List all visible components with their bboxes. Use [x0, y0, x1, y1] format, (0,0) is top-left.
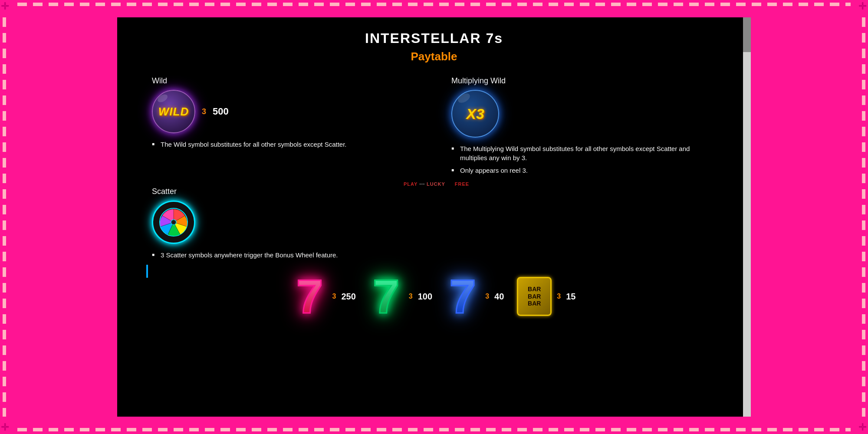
scatter-section: Scatter: [152, 187, 716, 260]
green-seven-item: 7 3 100: [369, 273, 432, 320]
multiplying-wild-label: Multiplying Wild: [451, 76, 716, 85]
bar-value: 15: [566, 292, 575, 302]
blue-seven-value: 40: [494, 292, 504, 302]
red-seven-value: 250: [341, 292, 355, 302]
red-seven-digit: 7: [296, 273, 323, 320]
scrollbar[interactable]: [743, 17, 751, 417]
multiplying-wild-section: Multiplying Wild X3 The Multiplying Wild…: [451, 76, 716, 178]
x3-text: X3: [466, 105, 484, 122]
wild-text: WILD: [158, 105, 189, 118]
multiplying-wild-symbol-row: X3: [451, 90, 716, 138]
game-title: INTERSTELLAR 7s: [152, 30, 716, 46]
green-seven-count: 3: [409, 293, 413, 300]
wheel-svg: [158, 207, 189, 237]
wild-symbol-row: WILD 3 500: [152, 90, 417, 133]
green-seven-digit: 7: [373, 273, 399, 320]
bar-text-2: BAR: [528, 293, 541, 300]
green-seven-value: 100: [418, 292, 432, 302]
cursor-indicator: [146, 265, 148, 278]
bottom-symbols-row: 7 3 250 7 3 100 7 3 40: [152, 273, 716, 320]
wild-symbol: WILD: [152, 90, 195, 133]
multiplying-wild-bullet-1: The Multiplying Wild symbol substitutes …: [451, 144, 716, 162]
watermark-slots: ▪▪▪: [419, 182, 425, 186]
svg-rect-2: [0, 426, 868, 433]
svg-rect-0: [0, 1, 868, 8]
scatter-circle: [152, 201, 195, 244]
watermark-free: FREE: [455, 181, 469, 187]
watermark: PLAY ▪▪▪ LUCKY FREE: [404, 181, 469, 187]
bar-bar-bar-symbol: BAR BAR BAR: [517, 277, 552, 316]
watermark-lucky: LUCKY: [427, 181, 445, 187]
red-seven-symbol: 7: [293, 273, 327, 320]
multiplying-wild-bullets: The Multiplying Wild symbol substitutes …: [451, 144, 716, 175]
scatter-symbol: [152, 201, 195, 244]
x3-circle: X3: [451, 90, 499, 138]
wild-circle: WILD: [152, 90, 195, 133]
wild-value: 500: [213, 106, 229, 117]
blue-seven-count: 3: [485, 293, 489, 300]
blue-seven-item: 7 3 40: [445, 273, 504, 320]
scrollbar-thumb[interactable]: [743, 17, 751, 52]
svg-rect-4: [1, 0, 8, 434]
blue-seven-symbol: 7: [445, 273, 480, 320]
wild-bullet-1: The Wild symbol substitutes for all othe…: [152, 140, 417, 149]
scatter-bullet-1: 3 Scatter symbols anywhere trigger the B…: [152, 250, 716, 260]
wild-section: Wild WILD 3 500 The Wild symbol substitu…: [152, 76, 417, 178]
scatter-bullets: 3 Scatter symbols anywhere trigger the B…: [152, 250, 716, 260]
paytable-title: Paytable: [152, 50, 716, 63]
x3-symbol: X3: [451, 90, 499, 138]
watermark-text: PLAY: [404, 181, 418, 187]
svg-rect-6: [860, 0, 867, 434]
scatter-symbol-row: [152, 201, 716, 244]
wild-label: Wild: [152, 76, 417, 85]
bar-bar-bar-item: BAR BAR BAR 3 15: [517, 277, 575, 316]
bar-text-1: BAR: [528, 286, 541, 293]
wild-count: 3: [202, 107, 206, 116]
main-container: INTERSTELLAR 7s Paytable Wild WILD 3 500…: [117, 17, 751, 417]
red-seven-item: 7 3 250: [293, 273, 356, 320]
bar-count: 3: [557, 293, 561, 300]
green-seven-symbol: 7: [369, 273, 404, 320]
scatter-label: Scatter: [152, 187, 716, 196]
blue-seven-digit: 7: [450, 273, 476, 320]
multiplying-wild-bullet-2: Only appears on reel 3.: [451, 166, 716, 175]
bar-text-3: BAR: [528, 300, 541, 307]
red-seven-count: 3: [332, 293, 336, 300]
wild-bullets: The Wild symbol substitutes for all othe…: [152, 140, 417, 149]
